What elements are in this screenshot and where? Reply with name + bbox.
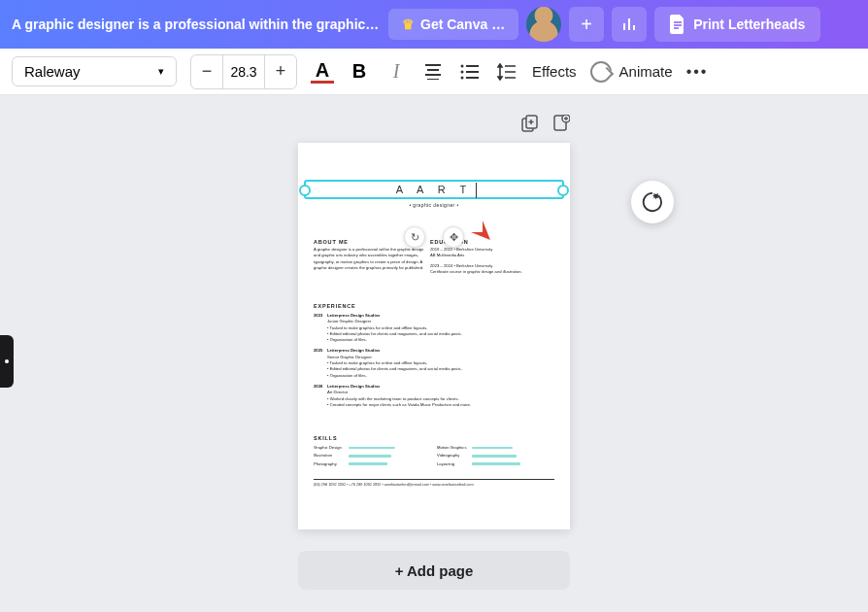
list-icon: [460, 64, 480, 80]
text-cursor: [476, 183, 477, 198]
animate-button[interactable]: Animate: [590, 61, 673, 83]
size-increase-button[interactable]: +: [265, 55, 296, 88]
skills-heading: SKILLS: [314, 434, 554, 442]
align-button[interactable]: [421, 60, 445, 84]
chart-icon: [620, 16, 638, 33]
duplicate-page-button[interactable]: [521, 115, 539, 137]
svg-point-0: [461, 64, 464, 67]
align-icon: [423, 64, 443, 80]
bold-button[interactable]: B: [348, 60, 371, 84]
edu-block: 2019 – 2022 • Berkshire UniversityAB Mul…: [430, 247, 554, 275]
animate-icon: [590, 61, 612, 83]
move-icon: ✥: [450, 231, 458, 244]
resize-handle-left[interactable]: [299, 185, 311, 196]
add-page-icon-button[interactable]: [552, 115, 570, 137]
spacing-button[interactable]: [495, 60, 518, 84]
chevron-right-icon: [5, 359, 9, 363]
font-size-group: − 28.3 +: [190, 54, 297, 89]
print-button[interactable]: Print Letterheads: [654, 7, 820, 42]
sync-button[interactable]: ↻: [404, 226, 425, 248]
add-member-button[interactable]: +: [569, 7, 604, 42]
about-text: A graphic designer is a professional wit…: [314, 247, 428, 271]
title-textbox[interactable]: A A R T: [304, 180, 564, 199]
font-select[interactable]: Raleway ▾: [12, 56, 177, 86]
move-button[interactable]: ✥: [443, 226, 464, 248]
size-value[interactable]: 28.3: [222, 55, 265, 88]
list-button[interactable]: [458, 60, 482, 84]
sync-icon: ↻: [411, 231, 419, 244]
resize-handle-right[interactable]: [557, 185, 569, 196]
crown-icon: ♛: [402, 17, 415, 32]
copy-icon: [521, 115, 539, 132]
skills-block: Graphic Design Illustration Photography …: [314, 445, 554, 489]
analytics-button[interactable]: [612, 7, 647, 42]
add-page-icon: [552, 115, 570, 132]
subtitle: • graphic designer •: [298, 202, 570, 208]
document-icon: [670, 15, 685, 34]
magic-icon: [642, 191, 663, 213]
text-color-button[interactable]: A: [311, 60, 334, 84]
spacing-icon: [497, 63, 517, 81]
page-1[interactable]: A A R T • graphic designer • ↻ ✥ ABOUT M…: [298, 143, 570, 529]
exp-block: 2023Letterpress Design Studios Junior Gr…: [314, 313, 554, 408]
get-canva-button[interactable]: ♛ Get Canva …: [388, 9, 518, 40]
magic-button[interactable]: [631, 181, 674, 223]
side-panel-toggle[interactable]: [0, 335, 14, 388]
add-page-button[interactable]: + Add page: [298, 551, 570, 590]
effects-button[interactable]: Effects: [532, 63, 577, 80]
plus-icon: +: [581, 14, 592, 36]
more-button[interactable]: •••: [686, 60, 709, 84]
svg-point-2: [461, 76, 464, 79]
size-decrease-button[interactable]: −: [191, 55, 222, 88]
avatar[interactable]: [526, 7, 561, 42]
italic-button[interactable]: I: [384, 60, 408, 84]
svg-point-1: [461, 70, 464, 73]
chevron-down-icon: ▾: [158, 65, 164, 78]
doc-title[interactable]: A graphic designer is a professional wit…: [12, 17, 381, 32]
exp-heading: EXPERIENCE: [314, 302, 554, 310]
